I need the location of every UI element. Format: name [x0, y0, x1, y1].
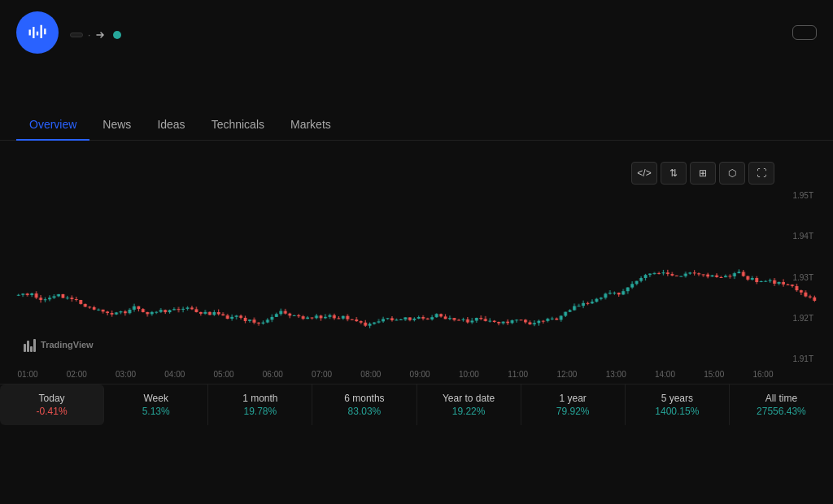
- x-label: 01:00: [16, 370, 39, 379]
- period-button[interactable]: Today-0.41%: [0, 385, 104, 425]
- see-on-supercharts-button[interactable]: [792, 25, 817, 40]
- badge-arrow-icon: [95, 30, 105, 40]
- chart-xaxis: 01:0002:0003:0004:0005:0006:0007:0008:00…: [16, 367, 817, 379]
- embed-icon[interactable]: </>: [631, 162, 657, 185]
- y-label: 1.95T: [774, 191, 817, 200]
- camera-icon[interactable]: ⬡: [719, 162, 745, 185]
- x-label: 12:00: [556, 370, 578, 379]
- svg-rect-0: [24, 344, 26, 352]
- header-title-block: ·: [70, 25, 121, 41]
- x-label: 09:00: [408, 370, 431, 379]
- period-label: Week: [111, 393, 201, 404]
- svg-rect-3: [33, 339, 36, 352]
- header: ·: [0, 0, 833, 62]
- indicator-icon[interactable]: ⊞: [690, 162, 716, 185]
- period-value: -0.41%: [7, 406, 97, 417]
- period-button[interactable]: 1 year79.92%: [521, 385, 626, 425]
- period-button[interactable]: Year to date19.22%: [417, 385, 521, 425]
- period-value: 5.13%: [111, 406, 201, 417]
- tab-technicals[interactable]: Technicals: [198, 110, 277, 141]
- x-label: 05:00: [212, 370, 235, 379]
- y-label: 1.91T: [774, 354, 817, 363]
- period-value: 27556.43%: [736, 406, 826, 417]
- logo-icon: [26, 21, 49, 44]
- y-label: 1.94T: [774, 232, 817, 241]
- x-label: 06:00: [261, 370, 284, 379]
- chart-canvas: [16, 188, 817, 367]
- header-left: ·: [16, 11, 121, 54]
- badge-separator: ·: [88, 29, 90, 41]
- period-button[interactable]: All time27556.43%: [730, 385, 833, 425]
- total-badge: [70, 33, 83, 37]
- period-label: 6 months: [319, 393, 409, 404]
- market-cap-badge: [95, 30, 108, 40]
- tab-news[interactable]: News: [89, 110, 144, 141]
- svg-rect-2: [30, 346, 33, 352]
- chart-toolbar: </>⇅⊞⬡⛶: [16, 162, 817, 185]
- x-label: 16:00: [752, 370, 774, 379]
- chart-section: </>⇅⊞⬡⛶ 1.95T1.94T1.93T1.92T1.91T Tradin…: [0, 141, 833, 379]
- tab-overview[interactable]: Overview: [16, 110, 89, 141]
- x-label: 10:00: [457, 370, 480, 379]
- tradingview-watermark: TradingView: [23, 339, 94, 352]
- x-label: 14:00: [653, 370, 676, 379]
- tab-markets[interactable]: Markets: [277, 110, 344, 141]
- price-row: [16, 62, 817, 96]
- period-button[interactable]: Week5.13%: [104, 385, 208, 425]
- period-value: 1400.15%: [632, 406, 722, 417]
- chart-wrapper: 1.95T1.94T1.93T1.92T1.91T TradingView: [16, 188, 817, 367]
- badge-row: ·: [70, 29, 121, 41]
- period-label: 1 year: [528, 393, 618, 404]
- x-label: 07:00: [311, 370, 334, 379]
- compare-icon[interactable]: ⇅: [661, 162, 687, 185]
- price-value: [16, 62, 20, 96]
- status-dot: [113, 31, 121, 39]
- period-button[interactable]: 5 years1400.15%: [626, 385, 730, 425]
- period-value: 19.78%: [215, 406, 305, 417]
- y-label: 1.93T: [774, 273, 817, 282]
- x-label: 03:00: [115, 370, 137, 379]
- tv-logo: TradingView: [23, 339, 94, 352]
- tab-ideas[interactable]: Ideas: [144, 110, 198, 141]
- period-row: Today-0.41%Week5.13%1 month19.78%6 month…: [0, 384, 833, 425]
- price-section: [0, 62, 833, 106]
- fullscreen-icon[interactable]: ⛶: [748, 162, 774, 185]
- period-label: 1 month: [215, 393, 305, 404]
- x-label: 02:00: [65, 370, 88, 379]
- period-label: 5 years: [632, 393, 722, 404]
- period-button[interactable]: 6 months83.03%: [312, 385, 416, 425]
- x-label: 15:00: [703, 370, 726, 379]
- period-button[interactable]: 1 month19.78%: [208, 385, 312, 425]
- chart-yaxis: 1.95T1.94T1.93T1.92T1.91T: [774, 188, 817, 367]
- y-label: 1.92T: [774, 314, 817, 323]
- period-label: Year to date: [424, 393, 514, 404]
- x-label: 11:00: [507, 370, 530, 379]
- x-label: 04:00: [164, 370, 186, 379]
- period-value: 83.03%: [319, 406, 409, 417]
- period-label: All time: [736, 393, 826, 404]
- period-value: 79.92%: [528, 406, 618, 417]
- period-value: 19.22%: [424, 406, 514, 417]
- logo-circle: [16, 11, 59, 54]
- period-label: Today: [7, 393, 97, 404]
- x-label: 13:00: [604, 370, 627, 379]
- x-label: 08:00: [360, 370, 382, 379]
- svg-rect-1: [27, 341, 29, 352]
- tabs-row: OverviewNewsIdeasTechnicalsMarkets: [0, 110, 833, 141]
